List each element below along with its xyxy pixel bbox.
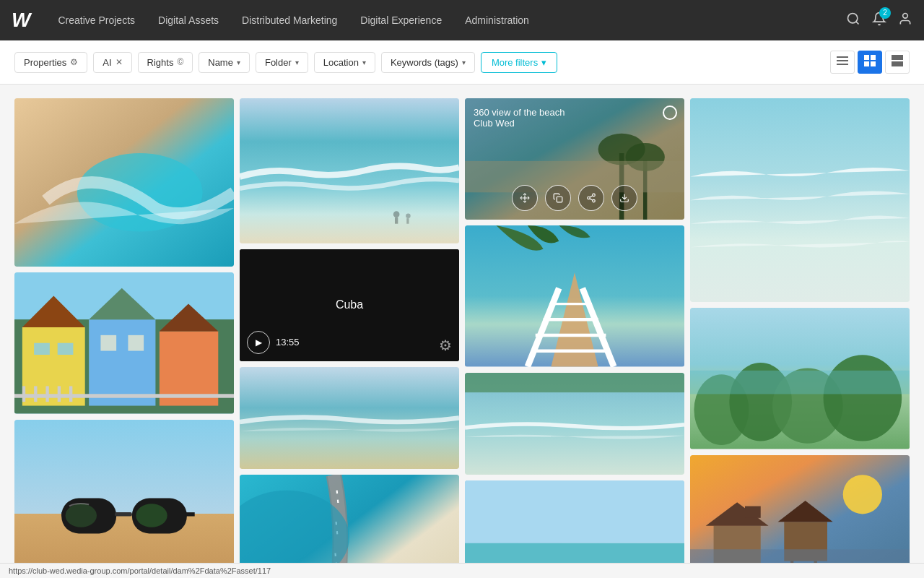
keywords-chevron: ▾ [462, 59, 466, 66]
rights-filter[interactable]: Rights © [138, 52, 193, 73]
more-filters-chevron: ▾ [541, 57, 546, 68]
view-toggle [830, 51, 910, 74]
search-icon[interactable] [846, 12, 860, 30]
item-360-controls [512, 185, 637, 211]
svg-rect-5 [837, 64, 848, 65]
image-grid: Cuba ▶ 13:55 ⚙ [14, 98, 910, 578]
svg-rect-63 [557, 197, 562, 203]
svg-point-66 [593, 200, 596, 203]
rights-label: Rights [147, 57, 174, 68]
rights-icon: © [177, 57, 183, 67]
grid-large-view-button[interactable] [885, 51, 910, 74]
list-item[interactable] [14, 420, 234, 577]
status-bar: https://club-wed.wedia-group.com/portal/… [0, 563, 924, 578]
list-item[interactable] [240, 98, 459, 243]
svg-point-2 [903, 13, 908, 18]
status-url: https://club-wed.wedia-group.com/portal/… [9, 566, 271, 575]
svg-point-0 [848, 13, 858, 22]
list-item[interactable] [14, 272, 234, 413]
navbar-actions: 2 [846, 12, 912, 30]
ai-icon: ✕ [116, 57, 123, 67]
video-controls: ▶ 13:55 [247, 331, 300, 354]
list-item[interactable] [690, 308, 910, 449]
location-filter[interactable]: Location ▾ [314, 52, 375, 73]
ai-label: AI [103, 57, 111, 68]
settings-icon: ⚙ [70, 57, 78, 67]
share-control[interactable] [578, 185, 604, 211]
list-item[interactable] [14, 98, 234, 267]
list-view-button[interactable] [830, 51, 855, 74]
nav-item-digital-assets[interactable]: Digital Assets [148, 9, 229, 32]
main-content: Cuba ▶ 13:55 ⚙ [0, 87, 924, 578]
navbar-nav: Creative Projects Digital Assets Distrib… [48, 9, 846, 32]
nav-item-digital-experience[interactable]: Digital Experience [350, 9, 452, 32]
location-chevron: ▾ [362, 59, 366, 66]
svg-rect-6 [864, 55, 869, 60]
logo[interactable]: W [12, 9, 30, 32]
svg-line-67 [590, 199, 593, 200]
download-control[interactable] [611, 185, 637, 211]
user-icon[interactable] [898, 12, 912, 30]
notification-badge: 2 [879, 7, 891, 19]
properties-filter[interactable]: Properties ⚙ [14, 52, 87, 73]
video-duration: 13:55 [276, 337, 300, 348]
pan-control[interactable] [512, 185, 538, 211]
name-label: Name [208, 57, 233, 68]
name-filter[interactable]: Name ▾ [199, 52, 250, 73]
video-title: Cuba [336, 298, 363, 311]
list-item[interactable] [240, 367, 459, 469]
svg-rect-9 [871, 61, 876, 66]
list-item[interactable] [690, 455, 910, 577]
item-360-radio[interactable] [663, 105, 677, 120]
nav-item-distributed-marketing[interactable]: Distributed Marketing [232, 9, 347, 32]
location-label: Location [323, 57, 359, 68]
list-item[interactable] [465, 373, 684, 475]
list-item[interactable]: Cuba ▶ 13:55 ⚙ [240, 249, 459, 361]
more-filters-label: More filters [492, 57, 538, 68]
svg-point-64 [593, 194, 596, 197]
svg-line-68 [590, 196, 593, 197]
play-button[interactable]: ▶ [247, 331, 270, 354]
folder-filter[interactable]: Folder ▾ [256, 52, 308, 73]
nav-item-creative-projects[interactable]: Creative Projects [48, 9, 145, 32]
keywords-label: Keywords (tags) [391, 57, 458, 68]
notifications-icon[interactable]: 2 [872, 12, 886, 30]
copy-control[interactable] [545, 185, 571, 211]
filter-bar: Properties ⚙ AI ✕ Rights © Name ▾ Folder… [0, 40, 924, 85]
name-chevron: ▾ [237, 59, 240, 66]
list-item[interactable] [690, 98, 910, 302]
svg-rect-4 [837, 60, 848, 61]
list-item[interactable] [465, 225, 684, 366]
navbar: W Creative Projects Digital Assets Distr… [0, 0, 924, 40]
grid-small-view-button[interactable] [858, 51, 882, 74]
ai-filter[interactable]: AI ✕ [93, 52, 131, 73]
svg-rect-11 [892, 61, 903, 66]
keywords-filter[interactable]: Keywords (tags) ▾ [381, 52, 475, 73]
svg-point-65 [588, 197, 590, 200]
more-filters-button[interactable]: More filters ▾ [481, 52, 557, 73]
svg-rect-8 [864, 61, 869, 66]
folder-label: Folder [265, 57, 292, 68]
item-360-overlay: 360 view of the beachClub Wed [465, 98, 684, 220]
svg-rect-10 [892, 55, 903, 60]
nav-item-administration[interactable]: Administration [455, 9, 539, 32]
svg-rect-3 [837, 56, 848, 58]
svg-line-1 [856, 21, 859, 24]
properties-label: Properties [24, 57, 66, 68]
video-logo: ⚙ [439, 337, 452, 354]
list-item-360[interactable]: 360 view of the beachClub Wed [465, 98, 684, 220]
svg-rect-7 [871, 55, 876, 60]
item-360-label: 360 view of the beachClub Wed [474, 107, 565, 129]
folder-chevron: ▾ [295, 59, 299, 66]
